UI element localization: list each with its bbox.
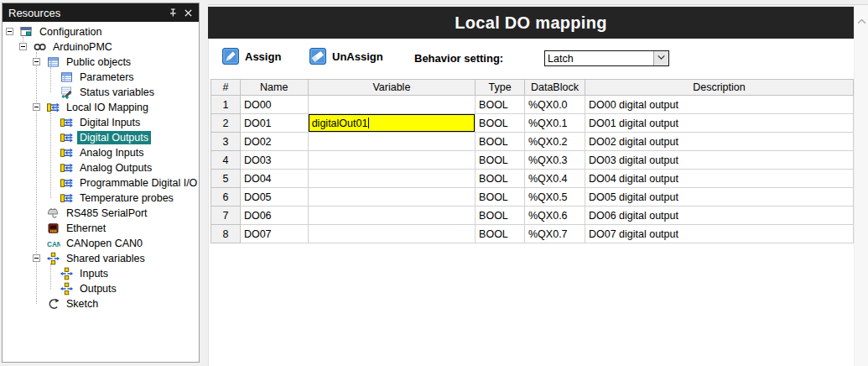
pin-button[interactable] [164, 6, 180, 20]
variable-cell-editing[interactable]: digitalOut01 [308, 114, 475, 133]
tree-expander[interactable] [33, 254, 40, 262]
datablock-cell: %QX0.0 [525, 96, 585, 114]
tree-expander[interactable] [6, 28, 13, 35]
tree-item-ethernet[interactable]: Ethernet [3, 221, 199, 236]
description-cell[interactable]: DO02 digital output [585, 133, 853, 151]
tree-item-status-variables[interactable]: Status variables [3, 85, 199, 100]
vertical-scrollbar[interactable] [854, 5, 868, 366]
chevron-down-icon [657, 54, 666, 63]
unassign-label: UnAssign [332, 50, 383, 63]
assign-button[interactable]: Assign [222, 48, 281, 65]
type-cell: BOOL [476, 188, 525, 207]
row-index: 1 [211, 96, 241, 114]
description-cell[interactable]: DO05 digital output [585, 188, 853, 207]
behavior-setting-value: Latch [545, 51, 653, 65]
serial-port-icon [46, 207, 60, 220]
tree-item-analog-outputs[interactable]: Analog Outputs [3, 160, 199, 175]
tree-expander[interactable] [33, 103, 40, 111]
io-mapping-icon [60, 146, 74, 159]
do-mapping-content: Assign UnAssign Behavior setting: Latch … [208, 39, 854, 366]
tree-item-canopen-can0[interactable]: CANopen CAN0 [3, 236, 199, 251]
description-cell[interactable]: DO00 digital output [585, 96, 853, 114]
tree-expander[interactable] [33, 58, 40, 65]
io-mapping-icon [46, 101, 60, 114]
dropdown-arrow-button[interactable] [653, 51, 668, 65]
description-cell[interactable]: DO01 digital output [585, 114, 853, 133]
tree-item-temperature-probes[interactable]: Temperature probes [3, 191, 199, 206]
assign-icon [222, 48, 239, 65]
scroll-up-button[interactable] [855, 17, 868, 26]
tree-item-rs485-serialport[interactable]: RS485 SerialPort [3, 206, 199, 221]
tree-item-configuration[interactable]: Configuration [3, 24, 199, 39]
shared-variables-icon [60, 267, 74, 280]
io-mapping-icon [60, 131, 74, 144]
row-index: 8 [211, 225, 241, 243]
variable-cell[interactable] [308, 151, 475, 170]
description-cell[interactable]: DO06 digital output [585, 207, 853, 225]
can-bus-icon [46, 237, 60, 250]
variable-cell[interactable] [308, 188, 475, 207]
unassign-icon [309, 48, 326, 65]
variable-cell[interactable] [308, 170, 475, 188]
col-header-description: Description [585, 80, 853, 96]
type-cell: BOOL [476, 96, 525, 114]
tree-item-analog-inputs[interactable]: Analog Inputs [3, 145, 199, 160]
description-cell[interactable]: DO04 digital output [585, 170, 853, 188]
type-cell: BOOL [476, 225, 525, 243]
description-cell[interactable]: DO03 digital output [585, 151, 853, 170]
row-index: 4 [211, 151, 241, 170]
variable-edit-input[interactable]: digitalOut01 [309, 114, 475, 132]
name-cell[interactable]: DO02 [240, 133, 308, 151]
tree-item-local-io-mapping[interactable]: Local IO Mapping [3, 100, 199, 115]
name-cell[interactable]: DO03 [240, 151, 308, 170]
assign-label: Assign [245, 50, 281, 63]
tree-expander[interactable] [19, 43, 27, 50]
row-index: 2 [211, 114, 241, 133]
datablock-cell: %QX0.4 [525, 170, 585, 188]
tree-item-digital-inputs[interactable]: Digital Inputs [3, 115, 199, 130]
datablock-cell: %QX0.2 [525, 133, 585, 151]
tree-item-sketch[interactable]: Sketch [3, 296, 199, 311]
variable-cell[interactable] [308, 96, 475, 114]
tree-item-public-objects[interactable]: Public objects [3, 55, 199, 70]
type-cell: BOOL [476, 151, 525, 170]
tree-item-shared-inputs[interactable]: Inputs [3, 266, 199, 281]
tree-item-arduinopmc[interactable]: ArduinoPMC [3, 39, 199, 55]
behavior-setting-dropdown[interactable]: Latch [544, 50, 669, 66]
type-cell: BOOL [476, 170, 525, 188]
name-cell[interactable]: DO07 [240, 225, 308, 243]
tree-item-shared-outputs[interactable]: Outputs [3, 281, 199, 296]
table-row: 3 DO02 BOOL %QX0.2 DO02 digital output [211, 133, 854, 151]
unassign-button[interactable]: UnAssign [309, 48, 383, 65]
table-row: 7 DO06 BOOL %QX0.6 DO06 digital output [211, 207, 854, 225]
sketch-icon [46, 297, 60, 311]
col-header-type: Type [476, 80, 525, 96]
table-row: 6 DO05 BOOL %QX0.5 DO05 digital output [211, 188, 854, 207]
panel-top-divider [208, 4, 868, 5]
variable-cell[interactable] [308, 133, 475, 151]
datablock-cell: %QX0.6 [525, 207, 585, 225]
close-button[interactable] [180, 6, 196, 20]
tree-item-programmable-digital-io[interactable]: Programmable Digital I/O [3, 175, 199, 191]
tree-item-digital-outputs[interactable]: Digital Outputs [3, 130, 199, 145]
table-row: 4 DO03 BOOL %QX0.3 DO03 digital output [211, 151, 854, 170]
col-header-index: # [211, 80, 241, 96]
name-cell[interactable]: DO04 [240, 170, 308, 188]
tree-item-parameters[interactable]: Parameters [3, 70, 199, 85]
type-cell: BOOL [476, 207, 525, 225]
name-cell[interactable]: DO06 [240, 207, 308, 225]
configuration-icon [19, 25, 34, 39]
col-header-datablock: DataBlock [525, 80, 585, 96]
name-cell[interactable]: DO05 [240, 188, 308, 207]
name-cell[interactable]: DO00 [240, 96, 308, 114]
table-row: 8 DO07 BOOL %QX0.7 DO07 digital output [211, 225, 854, 243]
tree-item-shared-variables[interactable]: Shared variables [3, 251, 199, 266]
close-icon [183, 8, 194, 18]
name-cell[interactable]: DO01 [240, 114, 308, 133]
resources-title: Resources [8, 7, 164, 19]
description-cell[interactable]: DO07 digital output [585, 225, 853, 243]
shared-variables-icon [46, 252, 60, 265]
variable-cell[interactable] [308, 207, 475, 225]
arduino-icon [33, 40, 47, 54]
variable-cell[interactable] [308, 225, 475, 243]
